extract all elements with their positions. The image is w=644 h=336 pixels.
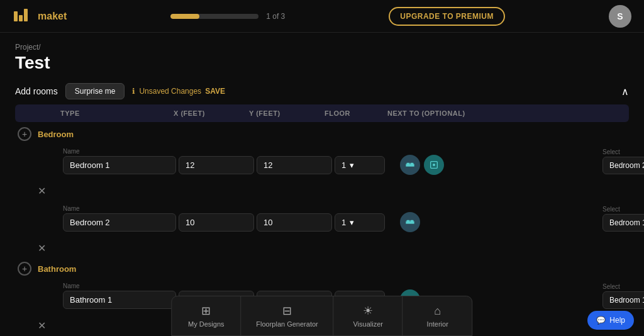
nav-my-designs-label: My Designs bbox=[188, 320, 224, 328]
floor-value: 1 bbox=[341, 160, 346, 170]
bedroom2-name-input[interactable] bbox=[63, 213, 176, 232]
col-type: TYPE bbox=[60, 109, 174, 117]
select-label: Select bbox=[602, 148, 621, 155]
col-floor: FLOOR bbox=[325, 109, 387, 117]
add-bedroom-button[interactable]: + bbox=[18, 127, 31, 141]
svg-rect-3 bbox=[407, 163, 410, 165]
progress-bar bbox=[170, 14, 258, 19]
bedroom1-delete-button[interactable]: ✕ bbox=[23, 177, 60, 197]
help-button[interactable]: 💬 Help bbox=[587, 311, 634, 330]
progress-area: 1 of 3 bbox=[170, 12, 285, 21]
bedroom1-y-input[interactable] bbox=[257, 156, 332, 174]
bathroom-group-header: + Bathroom bbox=[15, 262, 629, 276]
floor-label bbox=[335, 283, 397, 289]
bedroom2-next-to-select[interactable]: Bedroom 1 ▾ bbox=[602, 214, 644, 232]
info-icon: ℹ bbox=[132, 87, 135, 96]
help-label: Help bbox=[609, 316, 625, 325]
bedroom1-floor-field: 1 ▾ bbox=[335, 148, 397, 174]
bedroom2-x-field bbox=[179, 205, 254, 232]
logo: maket bbox=[13, 6, 67, 26]
logo-text: maket bbox=[38, 11, 67, 22]
save-button[interactable]: SAVE bbox=[205, 87, 225, 96]
floorplan-icon: ⊟ bbox=[282, 304, 292, 318]
main-content: Project/ Test Add rooms Surprise me ℹ Un… bbox=[0, 33, 644, 336]
bedroom2-name-field: Name bbox=[63, 205, 176, 232]
bedroom2-next-to: Select Bedroom 1 ▾ bbox=[602, 206, 621, 232]
name-label: Name bbox=[63, 205, 176, 212]
bedroom1-name-field: Name bbox=[63, 148, 176, 174]
bedroom1-next-to-select[interactable]: Bedroom 2, Bathroom 1 ▾ bbox=[602, 157, 644, 174]
next-to-value: Bedroom 1 bbox=[609, 218, 644, 227]
x-label bbox=[179, 283, 254, 289]
bedroom2-floor-select[interactable]: 1 ▾ bbox=[335, 213, 385, 232]
svg-rect-1 bbox=[19, 15, 23, 21]
bathroom1-delete-button[interactable]: ✕ bbox=[23, 312, 60, 332]
progress-text: 1 of 3 bbox=[266, 12, 285, 21]
page-title: Test bbox=[15, 53, 629, 73]
bedroom2-delete-button[interactable]: ✕ bbox=[23, 235, 60, 254]
nav-my-designs[interactable]: ⊞ My Designs bbox=[172, 296, 241, 335]
bedroom2-icons bbox=[400, 204, 600, 232]
bedroom-group-header: + Bedroom bbox=[15, 127, 629, 141]
bathroom1-next-to-select[interactable]: Bedroom 1 ▾ bbox=[602, 291, 644, 309]
bathroom-label: Bathroom bbox=[38, 264, 76, 274]
nav-interior-label: Interior bbox=[427, 320, 448, 328]
col-x: X (FEET) bbox=[174, 109, 249, 117]
select-label: Select bbox=[602, 283, 621, 290]
breadcrumb: Project/ bbox=[15, 43, 629, 52]
sun-icon: ☀ bbox=[363, 304, 373, 318]
bedroom1-floor-select[interactable]: 1 ▾ bbox=[335, 156, 385, 174]
bedroom1-name-input[interactable] bbox=[63, 156, 176, 174]
bedroom1-next-to: Select Bedroom 2, Bathroom 1 ▾ bbox=[602, 148, 621, 174]
chevron-down-icon: ▾ bbox=[350, 160, 354, 170]
bedroom-label: Bedroom bbox=[38, 130, 74, 139]
nav-floorplan-generator[interactable]: ⊟ Floorplan Generator bbox=[241, 296, 333, 335]
bedroom2-y-input[interactable] bbox=[257, 213, 332, 232]
header: maket 1 of 3 UPGRADE TO PREMIUM S bbox=[0, 0, 644, 33]
col-y: Y (FEET) bbox=[249, 109, 325, 117]
y-label bbox=[257, 283, 332, 289]
table-row: Name 1 ▾ bbox=[15, 145, 629, 199]
col-next-to: NEXT TO (OPTIONAL) bbox=[387, 109, 602, 117]
table-row: Name 1 ▾ bbox=[15, 202, 629, 257]
bedroom1-x-input[interactable] bbox=[179, 156, 254, 174]
svg-rect-8 bbox=[411, 220, 414, 222]
nav-visualizer[interactable]: ☀ Visualizer bbox=[334, 296, 403, 335]
floor-label bbox=[335, 205, 397, 212]
svg-point-6 bbox=[433, 164, 435, 166]
bedroom1-y-field bbox=[257, 148, 332, 174]
chevron-down-icon: ▾ bbox=[350, 218, 354, 227]
bedroom1-x-field bbox=[179, 148, 254, 174]
y-label bbox=[257, 148, 332, 155]
bathroom1-name-input[interactable] bbox=[63, 291, 176, 309]
unsaved-text: Unsaved Changes bbox=[139, 87, 201, 96]
bedroom-group: + Bedroom Name 1 ▾ bbox=[15, 127, 629, 257]
bathroom1-name-field: Name bbox=[63, 283, 176, 309]
nav-floorplan-label: Floorplan Generator bbox=[256, 320, 318, 328]
bedroom2-floor-field: 1 ▾ bbox=[335, 205, 397, 232]
col-delete bbox=[602, 109, 621, 117]
surprise-button[interactable]: Surprise me bbox=[65, 83, 125, 99]
chat-icon: 💬 bbox=[596, 316, 606, 325]
progress-bar-fill bbox=[170, 14, 199, 19]
bedroom2-x-input[interactable] bbox=[179, 213, 254, 232]
bathroom1-next-to: Select Bedroom 1 ▾ bbox=[602, 283, 621, 309]
upgrade-button[interactable]: UPGRADE TO PREMIUM bbox=[389, 7, 505, 26]
collapse-button[interactable]: ∧ bbox=[621, 86, 629, 98]
bedroom-icon-button[interactable] bbox=[400, 155, 420, 175]
x-label bbox=[179, 205, 254, 212]
floor-label bbox=[335, 148, 397, 155]
next-to-value: Bedroom 1 bbox=[609, 296, 644, 305]
svg-rect-4 bbox=[411, 163, 414, 165]
bedroom-icon-button[interactable] bbox=[400, 212, 420, 232]
avatar: S bbox=[609, 5, 631, 28]
x-label bbox=[179, 148, 254, 155]
bottom-nav: ⊞ My Designs ⊟ Floorplan Generator ☀ Vis… bbox=[171, 296, 472, 336]
bedroom2-y-field bbox=[257, 205, 332, 232]
y-label bbox=[257, 205, 332, 212]
room-icon-button-2[interactable] bbox=[424, 155, 444, 175]
nav-interior[interactable]: ⌂ Interior bbox=[403, 296, 472, 335]
interior-icon: ⌂ bbox=[434, 305, 441, 318]
name-label: Name bbox=[63, 148, 176, 155]
add-bathroom-button[interactable]: + bbox=[18, 262, 31, 276]
